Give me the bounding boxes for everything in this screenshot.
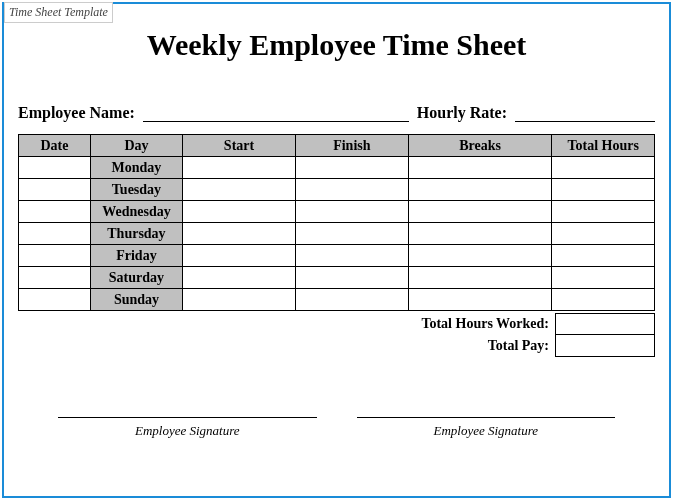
total-hours-worked-value[interactable] — [555, 313, 655, 335]
table-header-row: Date Day Start Finish Breaks Total Hours — [19, 135, 655, 157]
hourly-rate-blank[interactable] — [515, 104, 655, 122]
cell-finish[interactable] — [295, 157, 408, 179]
cell-total-hours[interactable] — [552, 201, 655, 223]
signature-label-left: Employee Signature — [58, 423, 317, 439]
cell-breaks[interactable] — [408, 201, 552, 223]
cell-date[interactable] — [19, 245, 91, 267]
cell-day: Monday — [90, 157, 182, 179]
cell-day: Friday — [90, 245, 182, 267]
cell-breaks[interactable] — [408, 289, 552, 311]
cell-start[interactable] — [183, 267, 296, 289]
cell-day: Saturday — [90, 267, 182, 289]
signature-right: Employee Signature — [357, 417, 616, 439]
table-row: Saturday — [19, 267, 655, 289]
cell-finish[interactable] — [295, 245, 408, 267]
col-header-start: Start — [183, 135, 296, 157]
cell-day: Thursday — [90, 223, 182, 245]
cell-breaks[interactable] — [408, 223, 552, 245]
employee-fields-row: Employee Name: Hourly Rate: — [18, 104, 655, 122]
col-header-finish: Finish — [295, 135, 408, 157]
table-row: Sunday — [19, 289, 655, 311]
table-row: Monday — [19, 157, 655, 179]
cell-date[interactable] — [19, 267, 91, 289]
cell-total-hours[interactable] — [552, 267, 655, 289]
col-header-day: Day — [90, 135, 182, 157]
cell-day: Wednesday — [90, 201, 182, 223]
timesheet-table: Date Day Start Finish Breaks Total Hours… — [18, 134, 655, 311]
page-title: Weekly Employee Time Sheet — [18, 28, 655, 62]
cell-finish[interactable] — [295, 201, 408, 223]
template-label: Time Sheet Template — [4, 2, 113, 23]
cell-start[interactable] — [183, 179, 296, 201]
cell-total-hours[interactable] — [552, 245, 655, 267]
cell-breaks[interactable] — [408, 267, 552, 289]
signature-line[interactable] — [58, 417, 317, 419]
cell-total-hours[interactable] — [552, 223, 655, 245]
cell-start[interactable] — [183, 223, 296, 245]
cell-finish[interactable] — [295, 223, 408, 245]
table-row: Thursday — [19, 223, 655, 245]
table-row: Tuesday — [19, 179, 655, 201]
col-header-date: Date — [19, 135, 91, 157]
signature-label-right: Employee Signature — [357, 423, 616, 439]
table-row: Wednesday — [19, 201, 655, 223]
document-frame: Time Sheet Template Weekly Employee Time… — [2, 2, 671, 498]
cell-date[interactable] — [19, 157, 91, 179]
cell-finish[interactable] — [295, 179, 408, 201]
cell-date[interactable] — [19, 289, 91, 311]
cell-start[interactable] — [183, 201, 296, 223]
cell-date[interactable] — [19, 179, 91, 201]
cell-breaks[interactable] — [408, 157, 552, 179]
document-content: Weekly Employee Time Sheet Employee Name… — [4, 4, 669, 449]
cell-finish[interactable] — [295, 289, 408, 311]
cell-total-hours[interactable] — [552, 179, 655, 201]
col-header-total-hours: Total Hours — [552, 135, 655, 157]
signature-row: Employee Signature Employee Signature — [18, 417, 655, 439]
total-pay-value[interactable] — [555, 335, 655, 357]
table-row: Friday — [19, 245, 655, 267]
cell-breaks[interactable] — [408, 179, 552, 201]
total-hours-worked-label: Total Hours Worked: — [415, 314, 555, 334]
cell-total-hours[interactable] — [552, 157, 655, 179]
signature-left: Employee Signature — [58, 417, 317, 439]
signature-line[interactable] — [357, 417, 616, 419]
totals-block: Total Hours Worked: Total Pay: — [18, 313, 655, 357]
cell-date[interactable] — [19, 201, 91, 223]
cell-day: Sunday — [90, 289, 182, 311]
cell-finish[interactable] — [295, 267, 408, 289]
employee-name-label: Employee Name: — [18, 104, 135, 122]
col-header-breaks: Breaks — [408, 135, 552, 157]
employee-name-blank[interactable] — [143, 104, 409, 122]
cell-start[interactable] — [183, 157, 296, 179]
cell-date[interactable] — [19, 223, 91, 245]
cell-start[interactable] — [183, 245, 296, 267]
total-pay-label: Total Pay: — [482, 336, 555, 356]
hourly-rate-label: Hourly Rate: — [417, 104, 507, 122]
cell-breaks[interactable] — [408, 245, 552, 267]
cell-start[interactable] — [183, 289, 296, 311]
cell-total-hours[interactable] — [552, 289, 655, 311]
cell-day: Tuesday — [90, 179, 182, 201]
